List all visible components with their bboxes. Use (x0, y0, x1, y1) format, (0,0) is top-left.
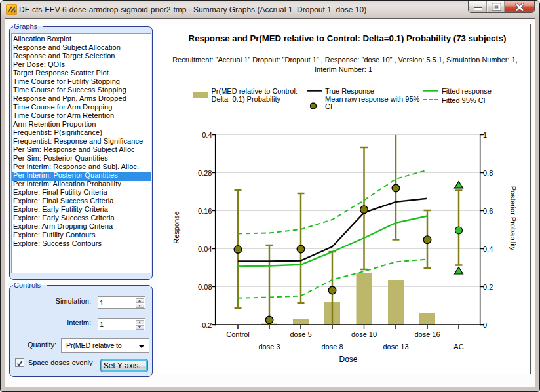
svg-text:Mean raw response with 95%: Mean raw response with 95% (325, 95, 420, 103)
svg-text:1: 1 (483, 131, 487, 139)
svg-text:0.8: 0.8 (483, 169, 493, 177)
svg-text:Interim Number: 1: Interim Number: 1 (315, 66, 372, 73)
svg-text:AC: AC (453, 343, 463, 351)
svg-text:True Response: True Response (325, 87, 374, 95)
svg-text:Fitted response: Fitted response (442, 87, 492, 95)
svg-text:dose 3: dose 3 (258, 343, 280, 351)
svg-text:0.04: 0.04 (198, 245, 212, 253)
svg-text:Recruitment: "Accrual 1" Dropo: Recruitment: "Accrual 1" Dropout: "Dropo… (172, 56, 518, 64)
svg-text:0.16: 0.16 (198, 207, 212, 215)
svg-text:0.28: 0.28 (198, 169, 212, 177)
svg-text:Response: Response (172, 211, 180, 244)
svg-text:dose 8: dose 8 (321, 343, 343, 351)
svg-text:0: 0 (483, 321, 487, 329)
svg-text:0.6: 0.6 (483, 207, 493, 215)
svg-text:0.2: 0.2 (483, 283, 493, 291)
svg-text:Control: Control (226, 330, 249, 338)
svg-text:0.4: 0.4 (483, 245, 493, 253)
svg-text:Response and Pr(MED relative t: Response and Pr(MED relative to Control:… (189, 33, 507, 43)
svg-text:dose 10: dose 10 (351, 330, 377, 338)
svg-text:dose 16: dose 16 (414, 330, 440, 338)
svg-text:Fitted 95% CI: Fitted 95% CI (442, 96, 486, 104)
svg-text:Dose: Dose (339, 355, 357, 364)
svg-text:dose 13: dose 13 (383, 343, 408, 351)
svg-text:-0.08: -0.08 (195, 283, 212, 291)
svg-text:CI: CI (325, 102, 332, 110)
svg-text:Delta=0.1) Probability: Delta=0.1) Probability (212, 95, 281, 103)
svg-text:dose 5: dose 5 (290, 330, 311, 338)
svg-text:0.4: 0.4 (202, 131, 212, 139)
svg-text:-0.2: -0.2 (200, 321, 212, 329)
svg-text:Pr(MED relative to Control:: Pr(MED relative to Control: (212, 87, 298, 95)
svg-text:Posterior Probability: Posterior Probability (509, 186, 517, 251)
